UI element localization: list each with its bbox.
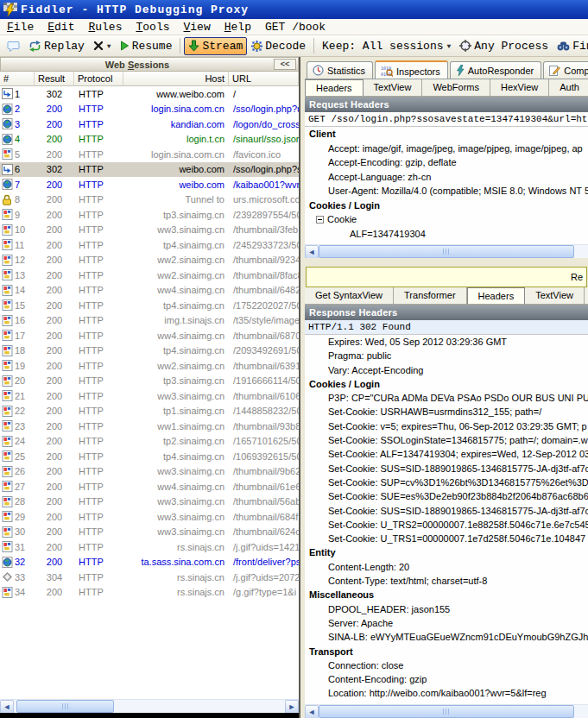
session-row-25[interactable]: 25200HTTPtp4.sinaimg.cn/1069392615/50 bbox=[0, 449, 299, 464]
scroll-track[interactable] bbox=[319, 245, 588, 258]
remove-button[interactable]: ▼ bbox=[89, 38, 116, 54]
menu-edit[interactable]: Edit bbox=[41, 19, 81, 35]
session-number: 13 bbox=[15, 270, 25, 280]
response-tab-transformer[interactable]: Transformer bbox=[394, 287, 467, 304]
scroll-thumb[interactable] bbox=[319, 245, 574, 258]
request-response-splitter[interactable] bbox=[305, 258, 588, 267]
session-row-9[interactable]: 9200HTTPtp3.sinaimg.cn/2392897554/50 bbox=[0, 207, 299, 223]
session-row-14[interactable]: 14200HTTPww4.sinaimg.cn/thumbnail/6482 bbox=[0, 283, 299, 299]
scroll-track[interactable] bbox=[14, 700, 285, 713]
scroll-right-arrow[interactable]: ► bbox=[285, 700, 299, 714]
session-row-20[interactable]: 20200HTTPtp3.sinaimg.cn/1916666114/50 bbox=[0, 374, 299, 389]
session-row-22[interactable]: 22200HTTPtp1.sinaimg.cn/1448858232/50 bbox=[0, 404, 299, 419]
session-row-31[interactable]: 31200HTTPrs.sinajs.cn/j.gif?uids=1421 bbox=[0, 539, 299, 555]
image-icon bbox=[2, 345, 13, 356]
diamond-icon bbox=[2, 571, 13, 583]
column-header-protocol[interactable]: Protocol bbox=[74, 72, 123, 86]
session-url: /2093492691/50 bbox=[229, 345, 299, 356]
request-tab-textview[interactable]: TextView bbox=[364, 79, 423, 96]
session-row-7[interactable]: 7200HTTPweibo.com/kaibao001?wvr= bbox=[0, 177, 299, 192]
replay-button[interactable]: Replay bbox=[24, 37, 89, 55]
sessions-horizontal-scrollbar[interactable]: ◄ ► bbox=[0, 699, 299, 713]
session-row-26[interactable]: 26200HTTPww3.sinaimg.cn/thumbnail/9b62 bbox=[0, 464, 299, 480]
session-row-21[interactable]: 21200HTTPww3.sinaimg.cn/thumbnail/6106 bbox=[0, 388, 299, 404]
tab-inspectors[interactable]: 10100101Inspectors bbox=[375, 60, 448, 79]
session-result: 200 bbox=[35, 512, 74, 522]
request-tab-headers[interactable]: Headers bbox=[305, 79, 364, 96]
header-section: Client bbox=[305, 127, 588, 142]
session-row-2[interactable]: 2200HTTPlogin.sina.com.cn/sso/login.php?… bbox=[0, 102, 299, 117]
session-row-13[interactable]: 13200HTTPww2.sinaimg.cn/thumbnail/8fac8 bbox=[0, 268, 299, 283]
session-row-10[interactable]: 10200HTTPww3.sinaimg.cn/thumbnail/3feb bbox=[0, 223, 299, 238]
session-row-12[interactable]: 12200HTTPww2.sinaimg.cn/thumbnail/9234 bbox=[0, 253, 299, 268]
column-header-host[interactable]: Host bbox=[123, 72, 229, 86]
scroll-thumb[interactable] bbox=[319, 705, 574, 718]
toolbar-separator bbox=[180, 38, 180, 54]
session-row-6[interactable]: 6302HTTPweibo.com/sso/login.php?s bbox=[0, 162, 299, 178]
session-row-15[interactable]: 15200HTTPtp4.sinaimg.cn/1752202027/50 bbox=[0, 298, 299, 313]
resume-button[interactable]: Resume bbox=[116, 37, 177, 55]
decode-toggle[interactable]: Decode bbox=[247, 37, 310, 55]
session-row-3[interactable]: 3200HTTPkandian.com/logon/do_cross bbox=[0, 117, 299, 132]
session-result: 200 bbox=[35, 270, 74, 280]
tab-statistics[interactable]: Statistics bbox=[307, 61, 373, 79]
session-row-4[interactable]: 4200HTTPlogin.t.cn/sinaurl/sso.json bbox=[0, 132, 299, 148]
session-row-30[interactable]: 30200HTTPww3.sinaimg.cn/thumbnail/624c bbox=[0, 525, 299, 540]
session-row-5[interactable]: 5200HTTPlogin.sina.com.cn/favicon.ico bbox=[0, 147, 299, 162]
response-tab-im[interactable]: Im bbox=[585, 287, 588, 304]
response-tab-get-syntaxview[interactable]: Get SyntaxView bbox=[305, 287, 394, 304]
request-tab-hexview[interactable]: HexView bbox=[490, 79, 549, 96]
scroll-left-arrow[interactable]: ◄ bbox=[305, 705, 319, 718]
session-row-8[interactable]: 8200HTTPTunnel tours.microsoft.co bbox=[0, 192, 299, 208]
scroll-left-arrow[interactable]: ◄ bbox=[0, 700, 14, 714]
scroll-left-arrow[interactable]: ◄ bbox=[305, 245, 319, 259]
response-tab-headers[interactable]: Headers bbox=[467, 287, 526, 304]
response-tab-textview[interactable]: TextView bbox=[525, 287, 585, 304]
keep-sessions-dropdown[interactable]: Keep: All sessions▼ bbox=[318, 37, 455, 55]
column-header-num[interactable]: # bbox=[0, 72, 35, 86]
tab-autoresponder[interactable]: AutoResponder bbox=[450, 61, 541, 79]
menu-view[interactable]: View bbox=[177, 19, 218, 35]
session-row-1[interactable]: 1302HTTPwww.weibo.com/ bbox=[0, 86, 299, 102]
request-tab-webforms[interactable]: WebForms bbox=[422, 79, 490, 96]
scroll-thumb[interactable] bbox=[16, 700, 114, 713]
menu-get-book[interactable]: GET /book bbox=[258, 19, 332, 35]
menu-help[interactable]: Help bbox=[218, 19, 258, 35]
session-row-17[interactable]: 17200HTTPww4.sinaimg.cn/thumbnail/6870 bbox=[0, 328, 299, 343]
session-row-23[interactable]: 23200HTTPww1.sinaimg.cn/thumbnail/93b8 bbox=[0, 419, 299, 434]
session-row-27[interactable]: 27200HTTPww4.sinaimg.cn/thumbnail/61e6 bbox=[0, 479, 299, 494]
response-horizontal-scrollbar[interactable]: ◄ bbox=[305, 704, 588, 718]
header-line: User-Agent: Mozilla/4.0 (compatible; MSI… bbox=[305, 184, 588, 198]
collapse-panel-button[interactable]: << bbox=[274, 59, 296, 70]
session-row-34[interactable]: 34200HTTPrs.sinajs.cn/g.gif?type=1&i bbox=[0, 585, 299, 601]
column-header-url[interactable]: URL bbox=[229, 72, 299, 86]
menu-tools[interactable]: Tools bbox=[129, 19, 176, 35]
response-encoded-warning[interactable]: Re bbox=[306, 267, 587, 287]
tab-comp[interactable]: Comp bbox=[543, 61, 588, 79]
comment-button[interactable] bbox=[3, 38, 24, 54]
image-icon bbox=[2, 224, 13, 236]
session-row-28[interactable]: 28200HTTPww3.sinaimg.cn/thumbnail/56ab bbox=[0, 494, 299, 510]
header-line: Set-Cookie: ALF=1347419304; expires=Wed,… bbox=[305, 447, 588, 461]
session-row-18[interactable]: 18200HTTPtp4.sinaimg.cn/2093492691/50 bbox=[0, 343, 299, 359]
session-row-19[interactable]: 19200HTTPww2.sinaimg.cn/thumbnail/6391 bbox=[0, 358, 299, 374]
header-section: Transport bbox=[305, 645, 588, 658]
menu-file[interactable]: File bbox=[0, 19, 41, 35]
session-url: /2392897554/50 bbox=[229, 210, 299, 220]
session-row-29[interactable]: 29200HTTPww3.sinaimg.cn/thumbnail/684f bbox=[0, 509, 299, 525]
comment-bubble-icon bbox=[7, 41, 20, 52]
column-header-result[interactable]: Result bbox=[35, 72, 74, 86]
session-row-16[interactable]: 16200HTTPimg.t.sinajs.cn/t35/style/image bbox=[0, 313, 299, 329]
session-row-33[interactable]: 33304HTTPrs.sinajs.cn/j.gif?uids=2072 bbox=[0, 570, 299, 585]
request-horizontal-scrollbar[interactable]: ◄ bbox=[305, 244, 588, 258]
any-process-button[interactable]: Any Process bbox=[455, 37, 553, 55]
find-button[interactable]: Find bbox=[553, 37, 588, 55]
session-row-32[interactable]: 32200HTTPta.sass.sina.com.cn/front/deliv… bbox=[0, 555, 299, 570]
session-row-24[interactable]: 24200HTTPtp2.sinaimg.cn/1657101625/50 bbox=[0, 434, 299, 450]
collapse-expander-icon[interactable] bbox=[316, 216, 324, 224]
request-tab-auth[interactable]: Auth bbox=[549, 79, 588, 96]
session-row-11[interactable]: 11200HTTPtp4.sinaimg.cn/2452933723/50 bbox=[0, 237, 299, 253]
menu-rules[interactable]: Rules bbox=[81, 19, 129, 35]
stream-toggle[interactable]: Stream bbox=[184, 37, 247, 55]
scroll-track[interactable] bbox=[319, 705, 588, 718]
